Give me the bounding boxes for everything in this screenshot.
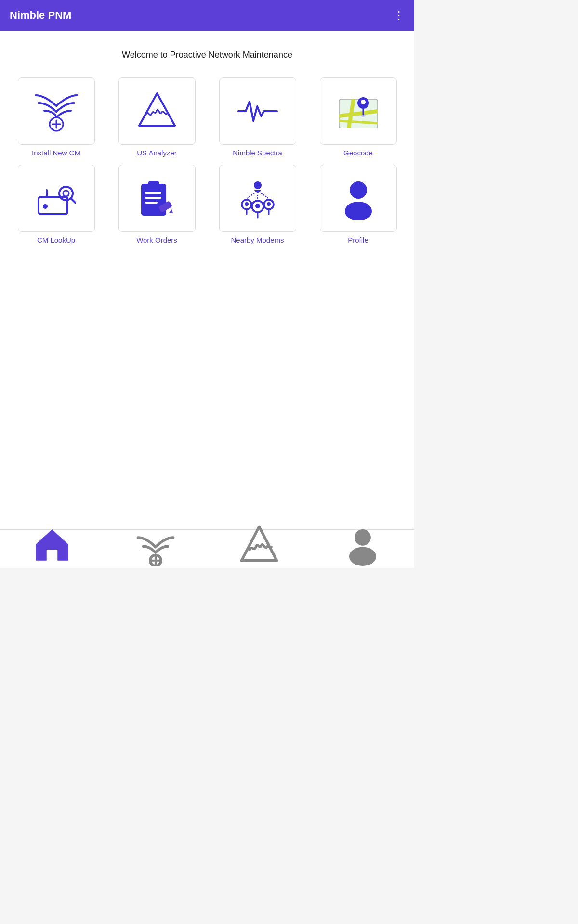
grid-item-geocode[interactable]: Geocode bbox=[312, 77, 405, 157]
svg-point-13 bbox=[43, 204, 48, 209]
heartbeat-icon bbox=[236, 90, 279, 133]
grid-item-nimble-spectra[interactable]: Nimble Spectra bbox=[211, 77, 304, 157]
main-content: Welcome to Proactive Network Maintenance bbox=[0, 31, 414, 529]
svg-marker-36 bbox=[241, 526, 276, 560]
nav-wifi-plus-icon bbox=[134, 523, 177, 566]
icon-box-us-analyzer bbox=[118, 77, 196, 145]
nav-item-profile[interactable]: Profile bbox=[311, 523, 414, 568]
svg-line-16 bbox=[71, 198, 75, 203]
people-location-icon bbox=[236, 177, 279, 220]
label-work-orders: Work Orders bbox=[136, 236, 177, 244]
icon-box-geocode bbox=[320, 77, 397, 145]
svg-point-10 bbox=[361, 114, 366, 117]
grid-item-profile[interactable]: Profile bbox=[312, 165, 405, 244]
welcome-text: Welcome to Proactive Network Maintenance bbox=[122, 50, 292, 60]
label-us-analyzer: US Analyzer bbox=[137, 149, 177, 157]
grid-item-cm-lookup[interactable]: CM LookUp bbox=[10, 165, 103, 244]
label-install-new-cm: Install New CM bbox=[32, 149, 80, 157]
nav-item-install-cm[interactable]: Install CM bbox=[104, 523, 207, 568]
grid-item-us-analyzer[interactable]: US Analyzer bbox=[110, 77, 203, 157]
feature-grid: Install New CM US Analyzer Nimble Spe bbox=[10, 77, 405, 244]
icon-box-work-orders bbox=[118, 165, 196, 232]
svg-rect-21 bbox=[149, 181, 158, 187]
wave-triangle-icon bbox=[135, 90, 179, 133]
map-pin-icon bbox=[337, 90, 380, 133]
label-nearby-modems: Nearby Modems bbox=[231, 236, 284, 244]
icon-box-nearby-modems bbox=[219, 165, 296, 232]
grid-item-install-new-cm[interactable]: Install New CM bbox=[10, 77, 103, 157]
bottom-navigation: Home Install CM US Analyzer Profile bbox=[0, 529, 414, 568]
icon-box-nimble-spectra bbox=[219, 77, 296, 145]
home-icon bbox=[30, 523, 74, 566]
clipboard-edit-icon bbox=[135, 177, 179, 220]
svg-point-28 bbox=[255, 204, 260, 208]
grid-item-work-orders[interactable]: Work Orders bbox=[110, 165, 203, 244]
svg-point-15 bbox=[63, 191, 69, 196]
svg-point-37 bbox=[355, 529, 371, 546]
nav-wave-triangle-icon bbox=[237, 523, 281, 566]
icon-box-profile bbox=[320, 165, 397, 232]
svg-point-32 bbox=[345, 202, 372, 220]
nav-item-us-analyzer[interactable]: US Analyzer bbox=[207, 523, 311, 568]
svg-point-31 bbox=[350, 181, 367, 199]
svg-point-30 bbox=[267, 202, 271, 206]
label-cm-lookup: CM LookUp bbox=[37, 236, 75, 244]
icon-box-cm-lookup bbox=[18, 165, 95, 232]
label-nimble-spectra: Nimble Spectra bbox=[233, 149, 282, 157]
person-icon bbox=[337, 177, 380, 220]
label-profile: Profile bbox=[348, 236, 368, 244]
svg-point-9 bbox=[361, 100, 366, 104]
menu-icon[interactable]: ⋮ bbox=[393, 9, 405, 22]
app-header: Nimble PNM ⋮ bbox=[0, 0, 414, 31]
app-title: Nimble PNM bbox=[10, 9, 71, 22]
icon-box-install-new-cm bbox=[18, 77, 95, 145]
modem-search-icon bbox=[35, 177, 78, 220]
grid-item-nearby-modems[interactable]: Nearby Modems bbox=[211, 165, 304, 244]
nav-person-icon bbox=[341, 523, 384, 566]
nav-item-home[interactable]: Home bbox=[0, 523, 104, 568]
label-geocode: Geocode bbox=[343, 149, 373, 157]
wifi-plus-icon bbox=[35, 90, 78, 133]
svg-marker-23 bbox=[169, 209, 173, 213]
svg-point-24 bbox=[254, 181, 262, 189]
svg-point-38 bbox=[349, 547, 376, 566]
svg-point-26 bbox=[245, 202, 249, 206]
